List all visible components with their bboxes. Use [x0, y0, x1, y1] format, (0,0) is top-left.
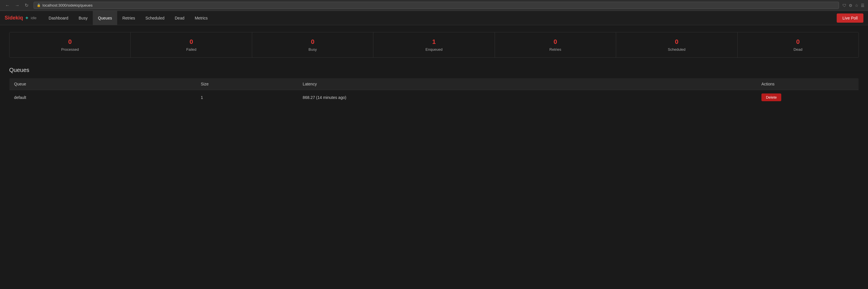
col-header-latency: Latency	[298, 78, 757, 90]
lock-icon: 🔒	[37, 3, 41, 7]
stat-failed: 0 Failed	[131, 32, 252, 57]
delete-button[interactable]: Delete	[762, 94, 781, 101]
queues-table: Queue Size Latency Actions default 1 868…	[9, 78, 859, 105]
stat-dead-value: 0	[742, 38, 854, 45]
nav-busy[interactable]: Busy	[73, 11, 93, 25]
nav-dead[interactable]: Dead	[169, 11, 189, 25]
stat-scheduled-value: 0	[621, 38, 733, 45]
col-header-actions: Actions	[757, 78, 859, 90]
address-bar[interactable]: 🔒 localhost:3000/sidekiq/queues	[34, 2, 839, 9]
back-button[interactable]: ←	[3, 2, 11, 9]
queue-name: default	[9, 90, 196, 105]
nav-scheduled[interactable]: Scheduled	[140, 11, 169, 25]
stat-dead: 0 Dead	[738, 32, 859, 57]
queue-actions: Delete	[757, 90, 859, 105]
browser-nav-buttons: ← → ↻	[3, 2, 30, 9]
stat-busy-label: Busy	[257, 47, 369, 51]
stat-retries: 0 Retries	[495, 32, 616, 57]
stat-dead-label: Dead	[742, 47, 854, 51]
nav-dashboard[interactable]: Dashboard	[43, 11, 73, 25]
nav-metrics[interactable]: Metrics	[190, 11, 213, 25]
table-row: default 1 868.27 (14 minutes ago) Delete	[9, 90, 859, 105]
stat-enqueued-label: Enqueued	[378, 47, 490, 51]
live-poll-button[interactable]: Live Poll	[837, 13, 863, 23]
table-header: Queue Size Latency Actions	[9, 78, 859, 90]
browser-chrome: ← → ↻ 🔒 localhost:3000/sidekiq/queues 🛡 …	[0, 0, 868, 11]
stats-card: 0 Processed 0 Failed 0 Busy 1 Enqueued 0…	[9, 32, 859, 58]
bookmark-icon: ☆	[855, 3, 859, 8]
url-text: localhost:3000/sidekiq/queues	[42, 3, 92, 7]
stat-scheduled-label: Scheduled	[621, 47, 733, 51]
brand-name: Sidekiq	[5, 15, 23, 21]
forward-button[interactable]: →	[13, 2, 21, 9]
main-content: 0 Processed 0 Failed 0 Busy 1 Enqueued 0…	[0, 25, 868, 112]
stat-processed-value: 0	[14, 38, 126, 45]
stat-processed-label: Processed	[14, 47, 126, 51]
browser-actions: 🛡 ⚙ ☆ ☰	[842, 3, 865, 8]
brand-icon: ✦	[25, 15, 29, 21]
brand-status: idle	[31, 16, 36, 20]
stat-failed-value: 0	[135, 38, 247, 45]
stat-busy: 0 Busy	[252, 32, 373, 57]
queue-size: 1	[196, 90, 298, 105]
col-header-queue: Queue	[9, 78, 196, 90]
queues-title: Queues	[9, 67, 859, 73]
col-header-size: Size	[196, 78, 298, 90]
menu-icon: ☰	[861, 3, 865, 8]
table-body: default 1 868.27 (14 minutes ago) Delete	[9, 90, 859, 105]
stat-retries-value: 0	[499, 38, 611, 45]
nav-retries[interactable]: Retries	[117, 11, 140, 25]
brand: Sidekiq ✦ idle	[5, 15, 36, 21]
shield-icon: 🛡	[842, 3, 846, 8]
nav-links: Dashboard Busy Queues Retries Scheduled …	[43, 11, 213, 25]
extensions-icon: ⚙	[849, 3, 852, 8]
stat-processed: 0 Processed	[9, 32, 131, 57]
nav-queues[interactable]: Queues	[93, 11, 117, 25]
stat-scheduled: 0 Scheduled	[616, 32, 737, 57]
queue-latency: 868.27 (14 minutes ago)	[298, 90, 757, 105]
stat-failed-label: Failed	[135, 47, 247, 51]
stat-busy-value: 0	[257, 38, 369, 45]
navbar: Sidekiq ✦ idle Dashboard Busy Queues Ret…	[0, 11, 868, 25]
stat-enqueued: 1 Enqueued	[373, 32, 495, 57]
reload-button[interactable]: ↻	[23, 2, 30, 9]
stat-enqueued-value: 1	[378, 38, 490, 45]
stat-retries-label: Retries	[499, 47, 611, 51]
